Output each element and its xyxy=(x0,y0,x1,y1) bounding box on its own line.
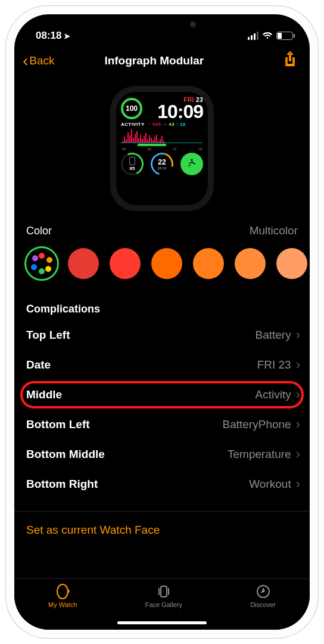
watch-body: 100 FRI23 10:09 ACTIVITY xyxy=(110,86,214,211)
swatch-color-4[interactable] xyxy=(193,248,224,279)
device-frame: 08:18 ➤ ‹ Back Infograph Modular xyxy=(6,6,318,638)
watchface-middle: ACTIVITY → 345 → 43 ↑ 10 xyxy=(121,122,203,151)
preview-time: 10:09 xyxy=(157,103,203,120)
face-gallery-icon xyxy=(155,584,172,599)
watch-icon xyxy=(54,584,71,599)
svg-point-0 xyxy=(57,584,68,599)
activity-ring-icon: 100 xyxy=(121,98,142,119)
time-block: FRI23 10:09 xyxy=(157,97,203,120)
location-icon: ➤ xyxy=(64,32,70,41)
battery-complication-icon: 85 xyxy=(121,153,144,175)
home-indicator[interactable] xyxy=(117,621,207,624)
chart-ticks: 00 06 12 18 xyxy=(121,147,203,151)
complication-bottom-left[interactable]: Bottom Left BatteryPhone› xyxy=(14,410,310,439)
complication-bottom-middle[interactable]: Bottom Middle Temperature› xyxy=(14,439,310,469)
discover-icon xyxy=(255,584,272,599)
swatch-color-1[interactable] xyxy=(68,248,99,279)
battery-icon xyxy=(276,32,293,40)
nav-header: ‹ Back Infograph Modular xyxy=(14,43,310,78)
watch-preview: 100 FRI23 10:09 ACTIVITY xyxy=(14,78,310,224)
chevron-right-icon: › xyxy=(296,391,300,399)
swatch-color-3[interactable] xyxy=(151,248,182,279)
complications-header: Complications xyxy=(14,295,310,320)
notch xyxy=(99,14,225,33)
tab-label: Face Gallery xyxy=(145,601,182,608)
complication-middle[interactable]: Middle Activity› xyxy=(14,380,310,410)
content: 100 FRI23 10:09 ACTIVITY xyxy=(14,78,310,578)
share-button[interactable] xyxy=(284,51,297,70)
tab-discover[interactable]: Discover xyxy=(250,584,276,608)
svg-rect-1 xyxy=(68,590,70,593)
chevron-right-icon: › xyxy=(296,331,300,339)
swatch-color-6[interactable] xyxy=(276,248,307,279)
chevron-right-icon: › xyxy=(296,420,300,429)
color-section: Color Multicolor xyxy=(14,224,310,295)
swatch-color-2[interactable] xyxy=(110,248,141,279)
status-time-group: 08:18 ➤ xyxy=(36,30,70,42)
svg-rect-2 xyxy=(161,586,167,597)
temperature-complication-icon: 22 18 31 xyxy=(151,153,173,175)
swatch-multicolor[interactable] xyxy=(26,248,57,279)
ring-percent: 100 xyxy=(126,104,138,113)
share-icon xyxy=(284,51,297,68)
watchface-bottom-row: 85 22 18 31 xyxy=(121,153,203,175)
watch-face: 100 FRI23 10:09 ACTIVITY xyxy=(116,92,208,205)
workout-complication-icon xyxy=(180,153,203,175)
color-row[interactable]: Color Multicolor xyxy=(14,224,310,246)
complications-section: Complications Top Left Battery› Date FRI… xyxy=(14,295,310,499)
status-time: 08:18 xyxy=(36,30,61,42)
tab-my-watch[interactable]: My Watch xyxy=(48,584,77,608)
multicolor-icon xyxy=(31,253,52,274)
tab-label: My Watch xyxy=(48,601,77,608)
activity-chart xyxy=(121,128,203,147)
cellular-signal-icon xyxy=(248,32,258,40)
set-as-current-button[interactable]: Set as current Watch Face xyxy=(14,511,310,547)
complication-bottom-right[interactable]: Bottom Right Workout› xyxy=(14,469,310,499)
watchface-top-row: 100 FRI23 10:09 xyxy=(121,97,203,120)
complication-date[interactable]: Date FRI 23› xyxy=(14,350,310,380)
color-swatches[interactable] xyxy=(14,246,310,295)
screen: 08:18 ➤ ‹ Back Infograph Modular xyxy=(14,14,310,630)
chevron-right-icon: › xyxy=(296,480,300,488)
color-header: Color xyxy=(26,225,52,237)
chevron-right-icon: › xyxy=(296,450,300,459)
status-indicators xyxy=(248,32,293,40)
wifi-icon xyxy=(262,32,273,40)
chevron-right-icon: › xyxy=(296,361,300,369)
tab-label: Discover xyxy=(250,601,276,608)
complication-top-left[interactable]: Top Left Battery› xyxy=(14,320,310,350)
color-value: Multicolor xyxy=(250,224,298,237)
page-title: Infograph Modular xyxy=(25,54,284,67)
activity-summary: ACTIVITY → 345 → 43 ↑ 10 xyxy=(121,122,203,127)
swatch-color-5[interactable] xyxy=(235,248,266,279)
tab-face-gallery[interactable]: Face Gallery xyxy=(145,584,182,608)
